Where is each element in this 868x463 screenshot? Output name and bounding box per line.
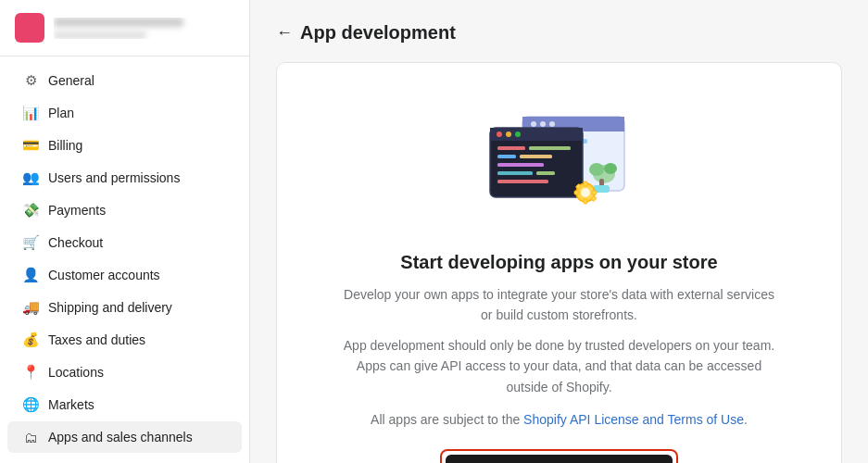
apps-icon: 🗂	[22, 429, 39, 445]
sidebar-item-checkout[interactable]: 🛒Checkout	[7, 227, 242, 258]
sidebar-item-users[interactable]: 👥Users and permissions	[7, 162, 242, 194]
card-title: Start developing apps on your store	[400, 252, 717, 273]
store-icon	[15, 13, 44, 43]
svg-rect-33	[574, 191, 579, 194]
sidebar-item-apps[interactable]: 🗂Apps and sales channels	[7, 421, 242, 453]
customer-accounts-icon: 👤	[22, 267, 39, 283]
sidebar-label-taxes: Taxes and duties	[48, 332, 145, 347]
page-title: App development	[300, 22, 456, 44]
page-header: ← App development	[276, 22, 842, 44]
payments-icon: 💸	[22, 202, 39, 219]
svg-rect-19	[520, 155, 552, 158]
main-content: ← App development	[250, 0, 868, 463]
sidebar-label-shipping: Shipping and delivery	[48, 300, 172, 315]
sidebar-label-general: General	[48, 73, 94, 88]
store-name-block	[54, 18, 234, 39]
back-arrow-icon[interactable]: ←	[276, 23, 293, 43]
svg-rect-12	[490, 133, 583, 141]
sidebar-item-payments[interactable]: 💸Payments	[7, 194, 242, 226]
markets-icon: 🌐	[22, 396, 39, 413]
sidebar-nav: ⚙General📊Plan💳Billing👥Users and permissi…	[0, 56, 249, 463]
billing-icon: 💳	[22, 137, 39, 154]
sidebar-label-plan: Plan	[48, 106, 74, 120]
sidebar-label-locations: Locations	[48, 365, 104, 380]
sidebar-label-apps: Apps and sales channels	[48, 430, 193, 444]
taxes-icon: 💰	[22, 332, 39, 348]
shipping-icon: 🚚	[22, 299, 39, 316]
svg-point-5	[549, 121, 555, 127]
sidebar-label-customer-accounts: Customer accounts	[48, 268, 160, 282]
svg-point-4	[540, 121, 546, 127]
svg-point-26	[604, 163, 617, 174]
svg-rect-16	[497, 146, 525, 150]
sidebar-label-billing: Billing	[48, 138, 82, 153]
sidebar-label-checkout: Checkout	[48, 235, 103, 250]
terms-link[interactable]: Shopify API License and Terms of Use	[523, 412, 744, 427]
svg-rect-20	[497, 163, 544, 167]
svg-rect-31	[584, 181, 587, 186]
store-name-blur	[54, 18, 183, 27]
store-name-blur2	[54, 31, 146, 39]
terms-suffix: .	[744, 412, 748, 427]
allow-btn-wrapper: Allow custom app development	[440, 449, 679, 463]
plan-icon: 📊	[22, 105, 39, 121]
allow-custom-app-button[interactable]: Allow custom app development	[446, 455, 673, 463]
sidebar-item-billing[interactable]: 💳Billing	[7, 130, 242, 161]
locations-icon: 📍	[22, 364, 39, 381]
sidebar: ⚙General📊Plan💳Billing👥Users and permissi…	[0, 0, 250, 463]
general-icon: ⚙	[22, 72, 39, 89]
sidebar-item-general[interactable]: ⚙General	[7, 65, 242, 96]
terms-prefix: All apps are subject to the	[371, 412, 523, 427]
svg-rect-22	[536, 171, 555, 175]
sidebar-item-shipping[interactable]: 🚚Shipping and delivery	[7, 292, 242, 323]
svg-point-15	[515, 131, 521, 137]
sidebar-label-markets: Markets	[48, 397, 94, 412]
svg-point-14	[506, 131, 511, 137]
svg-point-3	[531, 121, 536, 127]
svg-rect-18	[497, 155, 516, 158]
app-illustration	[467, 100, 652, 230]
sidebar-label-payments: Payments	[48, 203, 106, 218]
card-desc1: Develop your own apps to integrate your …	[337, 284, 782, 326]
checkout-icon: 🛒	[22, 234, 39, 251]
sidebar-item-markets[interactable]: 🌐Markets	[7, 389, 242, 420]
svg-rect-17	[529, 146, 571, 150]
sidebar-item-locations[interactable]: 📍Locations	[7, 357, 242, 388]
svg-point-13	[497, 131, 502, 137]
svg-point-25	[589, 163, 604, 176]
svg-rect-34	[592, 191, 597, 194]
svg-point-30	[581, 188, 590, 197]
svg-rect-32	[584, 199, 587, 204]
app-dev-card: Start developing apps on your store Deve…	[276, 62, 842, 463]
users-icon: 👥	[22, 169, 39, 186]
sidebar-item-taxes[interactable]: 💰Taxes and duties	[7, 324, 242, 356]
svg-rect-23	[497, 180, 548, 183]
sidebar-item-customer-accounts[interactable]: 👤Customer accounts	[7, 259, 242, 291]
card-desc2: App development should only be done by t…	[337, 335, 782, 397]
sidebar-label-users: Users and permissions	[48, 170, 180, 185]
sidebar-item-domains[interactable]: 🖥Domains	[7, 454, 242, 463]
terms-line: All apps are subject to the Shopify API …	[371, 412, 748, 427]
sidebar-header	[0, 0, 249, 56]
sidebar-item-plan[interactable]: 📊Plan	[7, 97, 242, 129]
svg-rect-21	[497, 171, 533, 175]
